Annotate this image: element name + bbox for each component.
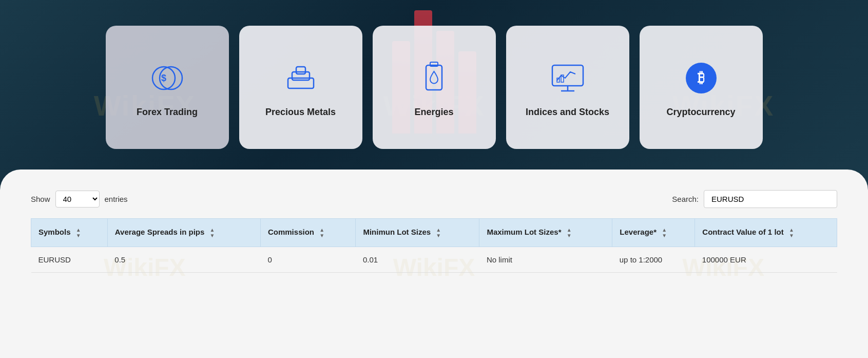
sort-arrows-leverage: ▲▼ [662, 227, 667, 238]
table-header: Symbols ▲▼ Average Spreads in pips ▲▼ Co… [31, 219, 837, 247]
col-symbols[interactable]: Symbols ▲▼ [31, 219, 108, 247]
category-forex[interactable]: $ Forex Trading [106, 26, 229, 149]
table-row: EURUSD 0.5 0 0.01 No limit up to 1:2000 … [31, 247, 837, 273]
cell-max-lot: No limit [479, 247, 612, 273]
crypto-icon: ₿ [681, 58, 722, 99]
forex-icon: $ [147, 58, 188, 99]
metals-icon [280, 58, 321, 99]
col-spreads[interactable]: Average Spreads in pips ▲▼ [107, 219, 260, 247]
svg-rect-6 [426, 65, 442, 90]
forex-label: Forex Trading [137, 107, 198, 118]
cell-spreads: 0.5 [107, 247, 260, 273]
sort-arrows-commission: ▲▼ [319, 227, 324, 238]
svg-rect-5 [296, 67, 305, 74]
cell-contract: 100000 EUR [695, 247, 837, 273]
category-metals[interactable]: Precious Metals [239, 26, 362, 149]
svg-text:$: $ [161, 73, 166, 83]
category-crypto[interactable]: ₿ Cryptocurrency [640, 26, 763, 149]
show-label: Show [31, 195, 50, 203]
col-min-lot[interactable]: Minimun Lot Sizes ▲▼ [356, 219, 479, 247]
col-commission[interactable]: Commission ▲▼ [260, 219, 355, 247]
cell-min-lot: 0.01 [356, 247, 479, 273]
sort-arrows-contract: ▲▼ [789, 227, 794, 238]
sort-arrows-max-lot: ▲▼ [567, 227, 572, 238]
content-section: WikiFX WikiFX WikiFX Show 10 25 40 100 e… [0, 169, 868, 358]
category-indices[interactable]: Indices and Stocks [506, 26, 629, 149]
search-label: Search: [672, 195, 699, 203]
energies-icon [414, 58, 455, 99]
controls-row: Show 10 25 40 100 entries Search: [31, 190, 837, 208]
categories-container: $ Forex Trading Precious Metals [21, 15, 847, 149]
cell-symbols: EURUSD [31, 247, 108, 273]
header-row: Symbols ▲▼ Average Spreads in pips ▲▼ Co… [31, 219, 837, 247]
svg-text:₿: ₿ [698, 70, 705, 86]
col-contract[interactable]: Contract Value of 1 lot ▲▼ [695, 219, 837, 247]
cell-leverage: up to 1:2000 [612, 247, 695, 273]
search-group: Search: [672, 190, 837, 208]
data-table: Symbols ▲▼ Average Spreads in pips ▲▼ Co… [31, 218, 837, 273]
entries-label: entries [105, 195, 128, 203]
col-leverage[interactable]: Leverage* ▲▼ [612, 219, 695, 247]
energies-label: Energies [414, 107, 453, 118]
indices-icon [547, 58, 588, 99]
sort-arrows-symbols: ▲▼ [76, 227, 81, 238]
col-max-lot[interactable]: Maximum Lot Sizes* ▲▼ [479, 219, 612, 247]
show-select[interactable]: 10 25 40 100 [55, 191, 100, 208]
indices-label: Indices and Stocks [526, 107, 609, 118]
search-input[interactable] [704, 190, 837, 208]
show-group: Show 10 25 40 100 entries [31, 191, 128, 208]
table-body: EURUSD 0.5 0 0.01 No limit up to 1:2000 … [31, 247, 837, 273]
crypto-label: Cryptocurrency [666, 107, 735, 118]
content-inner: Show 10 25 40 100 entries Search: Symbol [31, 190, 837, 273]
svg-rect-4 [292, 72, 310, 80]
category-energies[interactable]: Energies [373, 26, 496, 149]
sort-arrows-min-lot: ▲▼ [436, 227, 441, 238]
sort-arrows-spreads: ▲▼ [210, 227, 215, 238]
metals-label: Precious Metals [265, 107, 336, 118]
cell-commission: 0 [260, 247, 355, 273]
